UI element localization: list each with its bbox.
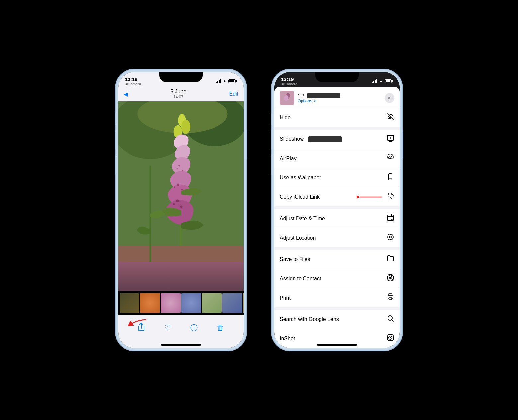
menu-group-3: Adjust Date & Time	[274, 209, 400, 250]
back-button[interactable]: ◀	[124, 91, 128, 97]
wallpaper-label: Use as Wallpaper	[280, 175, 321, 181]
redacted-slideshow	[308, 136, 342, 142]
svg-rect-17	[118, 246, 244, 262]
menu-group-1: Hide	[274, 108, 400, 130]
print-label: Print	[280, 295, 291, 301]
icloud-icon	[387, 192, 394, 202]
close-button[interactable]: ✕	[385, 93, 394, 103]
svg-rect-40	[389, 298, 392, 300]
menu-item-adjust-location[interactable]: Adjust Location	[274, 228, 400, 247]
home-bar	[161, 344, 201, 346]
assign-contact-label: Assign to Contact	[280, 276, 321, 282]
adjust-location-label: Adjust Location	[280, 235, 316, 241]
notch	[159, 72, 203, 82]
share-sheet: 1 P Options > ✕ Hide	[274, 87, 400, 348]
hide-label: Hide	[280, 115, 291, 121]
phone-1-screen: 13:19 ◀ Camera ▲	[118, 72, 244, 348]
share-title-group: 1 P Options >	[298, 93, 381, 103]
icloud-arrow	[357, 192, 383, 202]
svg-point-37	[389, 275, 392, 278]
signal-icon-2	[372, 79, 378, 83]
wifi-icon: ▲	[223, 79, 227, 83]
share-title: 1 P	[298, 93, 381, 98]
favorite-button[interactable]: ♡	[164, 324, 171, 332]
mute-button[interactable]	[115, 113, 116, 125]
home-indicator	[118, 341, 244, 348]
status-time: 13:19	[125, 76, 137, 82]
nav-date: 5 June	[170, 89, 186, 95]
print-icon	[387, 293, 394, 303]
hide-icon	[387, 113, 394, 122]
menu-list: Hide Sl	[274, 108, 400, 348]
status-icons: ▲	[216, 79, 237, 83]
battery-icon	[228, 79, 237, 83]
edit-button[interactable]: Edit	[229, 91, 238, 97]
wallpaper-icon	[387, 173, 394, 182]
power-button[interactable]	[246, 130, 247, 160]
slideshow-icon	[387, 134, 394, 144]
svg-line-43	[392, 320, 393, 321]
menu-group-2: Slideshow	[274, 130, 400, 209]
volume-down-button-2[interactable]	[271, 154, 272, 174]
svg-point-9	[182, 170, 183, 171]
menu-item-print[interactable]: Print	[274, 288, 400, 307]
inshot-label: InShot	[280, 336, 295, 342]
menu-item-wallpaper[interactable]: Use as Wallpaper	[274, 168, 400, 187]
menu-item-assign-contact[interactable]: Assign to Contact	[274, 269, 400, 288]
notch-2	[315, 72, 359, 82]
svg-rect-39	[389, 294, 392, 296]
home-bar-2	[317, 344, 357, 346]
phone-2: 13:19 ◀ Camera ▲	[272, 70, 402, 350]
svg-point-15	[180, 206, 183, 208]
volume-down-button[interactable]	[115, 154, 116, 174]
calendar-icon	[387, 214, 394, 223]
photo-strip[interactable]	[118, 291, 244, 315]
nav-time: 14:07	[170, 95, 186, 99]
home-indicator-2	[274, 341, 400, 348]
power-button-2[interactable]	[402, 130, 403, 160]
svg-point-10	[176, 168, 178, 170]
svg-point-12	[181, 189, 183, 191]
share-arrow	[125, 316, 148, 328]
signal-icon	[216, 79, 221, 83]
mute-button-2[interactable]	[271, 113, 272, 125]
airplay-icon	[387, 154, 394, 163]
status-back-label: ◀ Camera	[125, 82, 141, 86]
thumbnail[interactable]	[161, 293, 181, 313]
menu-item-airplay[interactable]: AirPlay	[274, 149, 400, 168]
menu-item-hide[interactable]: Hide	[274, 108, 400, 127]
google-lens-label: Search with Google Lens	[280, 316, 339, 322]
wifi-icon-2: ▲	[379, 79, 383, 83]
thumbnail[interactable]	[181, 293, 201, 313]
menu-item-google-lens[interactable]: Search with Google Lens	[274, 310, 400, 329]
share-thumbnail	[280, 91, 294, 105]
menu-group-4: Save to Files Assign to Contact	[274, 250, 400, 310]
menu-item-save-files[interactable]: Save to Files	[274, 250, 400, 269]
svg-point-14	[176, 200, 179, 202]
phone-2-screen: 13:19 ◀ Camera ▲	[274, 72, 400, 348]
thumbnail[interactable]	[120, 293, 139, 313]
volume-up-button[interactable]	[115, 130, 116, 150]
svg-point-32	[389, 236, 391, 238]
redacted-name	[307, 93, 340, 98]
info-button[interactable]: ⓘ	[190, 323, 198, 333]
phone-1: 13:19 ◀ Camera ▲	[116, 70, 246, 350]
thumbnail[interactable]	[140, 293, 160, 313]
nav-title-group: 5 June 14:07	[170, 89, 186, 99]
thumbnail[interactable]	[243, 293, 244, 313]
save-files-label: Save to Files	[280, 256, 310, 262]
adjust-date-label: Adjust Date & Time	[280, 216, 325, 222]
menu-item-icloud-link[interactable]: Copy iCloud Link	[274, 187, 400, 206]
volume-up-button-2[interactable]	[271, 130, 272, 150]
files-icon	[387, 254, 394, 264]
thumbnail[interactable]	[222, 293, 242, 313]
options-link[interactable]: Options >	[298, 98, 381, 103]
status-time-2: 13:19	[281, 76, 294, 82]
menu-item-adjust-date[interactable]: Adjust Date & Time	[274, 209, 400, 228]
status-back-label-2: ◀ Camera	[281, 82, 297, 86]
dark-bg: 1 P Options > ✕ Hide	[274, 87, 400, 348]
menu-item-slideshow[interactable]: Slideshow	[274, 130, 400, 149]
svg-rect-22	[389, 174, 392, 180]
thumbnail[interactable]	[202, 293, 222, 313]
delete-button[interactable]: 🗑	[217, 324, 224, 332]
